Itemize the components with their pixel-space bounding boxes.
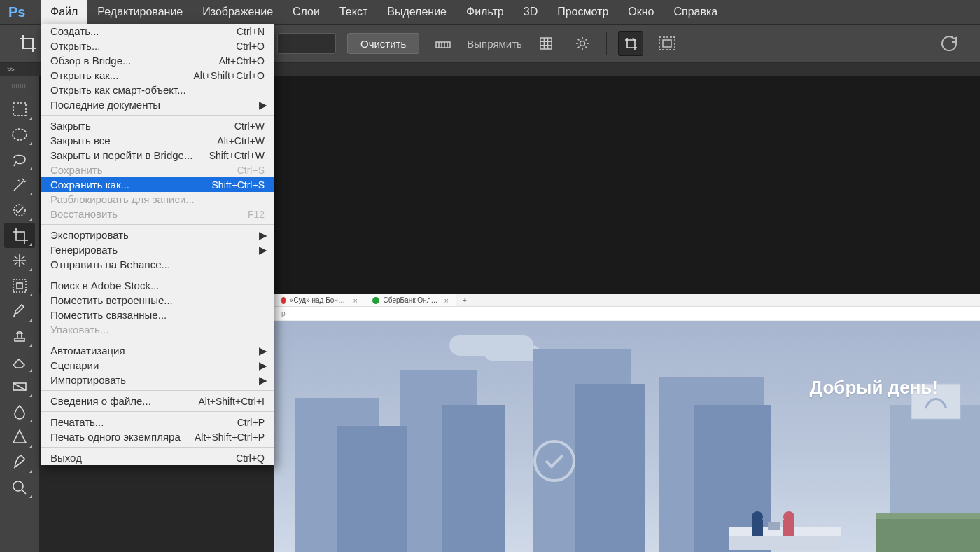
- menu-редактирование[interactable]: Редактирование: [88, 0, 192, 24]
- close-icon[interactable]: ×: [444, 296, 449, 305]
- file-menu-dropdown: Создать...Ctrl+NОткрыть...Ctrl+OОбзор в …: [41, 24, 274, 465]
- panel-grip-icon[interactable]: [10, 84, 29, 88]
- tool-heal-brush[interactable]: [4, 198, 35, 223]
- svg-rect-18: [442, 405, 505, 552]
- menu-separator: [41, 115, 274, 116]
- tool-frame[interactable]: [4, 273, 35, 298]
- svg-text:Ps: Ps: [8, 4, 25, 20]
- submenu-arrow-icon: ▶: [259, 244, 267, 256]
- menu-item-поместить-встроенные-[interactable]: Поместить встроенные...: [41, 293, 274, 308]
- svg-rect-5: [13, 103, 26, 116]
- tool-magic-wand[interactable]: [4, 172, 35, 198]
- options-separator: [606, 32, 607, 55]
- tool-zoom[interactable]: [4, 475, 35, 500]
- menu-item-закрыть-и-перейти-в-bridge-[interactable]: Закрыть и перейти в Bridge...Shift+Ctrl+…: [41, 148, 274, 163]
- menubar: Ps ФайлРедактированиеИзображениеСлоиТекс…: [0, 0, 980, 24]
- menu-item-сохранить-как-[interactable]: Сохранить как...Shift+Ctrl+S: [41, 177, 274, 192]
- menu-item-печатать-[interactable]: Печатать...Ctrl+P: [41, 415, 274, 429]
- menu-item-поиск-в-adobe-stock-[interactable]: Поиск в Adobe Stock...: [41, 278, 274, 293]
- menu-item-открыть-как-смарт-объект-[interactable]: Открыть как смарт-объект...: [41, 83, 274, 97]
- menu-слои[interactable]: Слои: [283, 0, 330, 24]
- menu-item-импортировать[interactable]: Импортировать▶: [41, 373, 274, 387]
- tool-pen[interactable]: [4, 425, 35, 450]
- svg-point-6: [13, 129, 27, 140]
- menu-item-сведения-о-файле-[interactable]: Сведения о файле...Alt+Shift+Ctrl+I: [41, 394, 274, 408]
- menu-item-упаковать-: Упаковать...: [41, 322, 274, 337]
- svg-rect-17: [337, 426, 407, 552]
- svg-rect-4: [663, 40, 671, 47]
- tabstrip-overflow-icon[interactable]: >>: [7, 65, 13, 74]
- submenu-arrow-icon: ▶: [259, 374, 267, 387]
- menu-item-автоматизация[interactable]: Автоматизация▶: [41, 343, 274, 358]
- submenu-arrow-icon: ▶: [259, 99, 267, 111]
- tool-crop[interactable]: [4, 223, 35, 248]
- tool-gradient[interactable]: [4, 374, 35, 399]
- tool-blur[interactable]: [4, 399, 35, 425]
- menu-изображение[interactable]: Изображение: [192, 0, 283, 24]
- menu-item-открыть-[interactable]: Открыть...Ctrl+O: [41, 39, 274, 53]
- tool-pen2[interactable]: [4, 450, 35, 475]
- svg-rect-31: [876, 513, 980, 519]
- menu-выделение[interactable]: Выделение: [377, 0, 456, 24]
- new-tab-button[interactable]: +: [456, 296, 473, 304]
- clear-button[interactable]: Очистить: [347, 33, 419, 54]
- crop-tool-indicator-icon: [14, 29, 42, 57]
- grid-overlay-button[interactable]: [533, 31, 559, 56]
- menu-item-поместить-связанные-[interactable]: Поместить связанные...: [41, 308, 274, 322]
- menu-item-закрыть[interactable]: ЗакрытьCtrl+W: [41, 118, 274, 133]
- tool-marquee[interactable]: [4, 97, 35, 122]
- svg-rect-24: [729, 536, 841, 550]
- menu-файл[interactable]: Файл: [41, 0, 88, 24]
- straighten-label: Выпрямить: [467, 38, 522, 50]
- settings-gear-button[interactable]: [570, 31, 595, 56]
- menu-окно[interactable]: Окно: [618, 0, 664, 24]
- app-logo: Ps: [0, 0, 41, 24]
- menu-separator: [41, 275, 274, 275]
- tool-lasso[interactable]: [4, 147, 35, 172]
- submenu-arrow-icon: ▶: [259, 359, 267, 372]
- tools-panel: [0, 76, 39, 552]
- crop-width-input[interactable]: [277, 33, 336, 54]
- close-icon[interactable]: ×: [354, 296, 358, 305]
- menu-item-открыть-как-[interactable]: Открыть как...Alt+Shift+Ctrl+O: [41, 68, 274, 83]
- menu-item-отправить-на-behance-[interactable]: Отправить на Behance...: [41, 257, 274, 272]
- browser-tab[interactable]: СберБанк Онлайн×: [365, 294, 456, 306]
- svg-rect-9: [17, 283, 22, 289]
- browser-tab[interactable]: «Суд» над Бондаренко. Кажды×: [274, 294, 365, 306]
- straighten-icon[interactable]: [430, 31, 456, 56]
- menu-item-выход[interactable]: ВыходCtrl+Q: [41, 450, 274, 465]
- menu-separator: [41, 411, 274, 412]
- menu-фильтр[interactable]: Фильтр: [456, 0, 514, 24]
- menu-item-печать-одного-экземпляра[interactable]: Печать одного экземпляраAlt+Shift+Ctrl+P: [41, 429, 274, 444]
- menu-item-генерировать[interactable]: Генерировать▶: [41, 242, 274, 257]
- menu-3d[interactable]: 3D: [514, 0, 547, 24]
- menu-item-сценарии[interactable]: Сценарии▶: [41, 358, 274, 373]
- menu-item-создать-[interactable]: Создать...Ctrl+N: [41, 24, 274, 39]
- menu-item-последние-документы[interactable]: Последние документы▶: [41, 97, 274, 112]
- browser-address-bar: р: [274, 307, 980, 321]
- svg-rect-30: [876, 517, 980, 552]
- delete-cropped-button[interactable]: [618, 31, 643, 56]
- greeting-text: Добрый день!: [810, 377, 938, 399]
- menu-item-разблокировать-для-записи-: Разблокировать для записи...: [41, 192, 274, 207]
- menu-просмотр[interactable]: Просмотр: [547, 0, 618, 24]
- tool-clone-stamp[interactable]: [4, 324, 35, 349]
- browser-tabs: «Суд» над Бондаренко. Кажды×СберБанк Онл…: [274, 294, 980, 307]
- tool-eraser[interactable]: [4, 349, 35, 374]
- submenu-arrow-icon: ▶: [259, 229, 267, 242]
- menu-item-закрыть-все[interactable]: Закрыть всеAlt+Ctrl+W: [41, 133, 274, 148]
- svg-rect-29: [768, 522, 780, 530]
- menu-справка[interactable]: Справка: [664, 0, 727, 24]
- tool-transform[interactable]: [4, 248, 35, 273]
- reset-button[interactable]: [939, 36, 959, 51]
- tool-ellipse-marquee[interactable]: [4, 122, 35, 147]
- menu-item-обзор-в-bridge-[interactable]: Обзор в Bridge...Alt+Ctrl+O: [41, 53, 274, 68]
- svg-rect-8: [13, 280, 26, 292]
- tool-brush[interactable]: [4, 298, 35, 324]
- menu-separator: [41, 224, 274, 225]
- svg-rect-3: [659, 37, 675, 50]
- menu-текст[interactable]: Текст: [330, 0, 377, 24]
- content-aware-button[interactable]: [654, 31, 680, 56]
- menu-item-экспортировать[interactable]: Экспортировать▶: [41, 228, 274, 242]
- menu-item-сохранить: СохранитьCtrl+S: [41, 163, 274, 177]
